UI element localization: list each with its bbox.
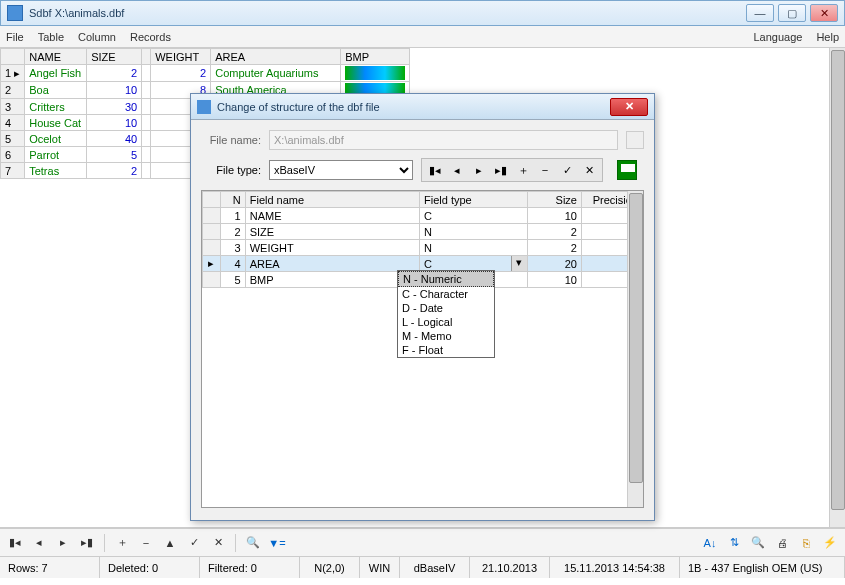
structure-grid[interactable]: N Field name Field type Size Precision 1… — [201, 190, 644, 508]
dlg-col-size[interactable]: Size — [527, 192, 581, 208]
dlg-add-icon[interactable]: ＋ — [514, 161, 532, 179]
field-row[interactable]: 1NAMEC100 — [203, 208, 643, 224]
col-weight[interactable]: WEIGHT — [151, 49, 211, 65]
col-name[interactable]: NAME — [25, 49, 87, 65]
app-icon — [7, 5, 23, 21]
dlg-first-icon[interactable]: ▮◂ — [426, 161, 444, 179]
menu-records[interactable]: Records — [130, 31, 171, 43]
dlg-commit-icon[interactable]: ✓ — [558, 161, 576, 179]
structure-dialog: Change of structure of the dbf file ✕ Fi… — [190, 93, 655, 521]
dlg-delete-icon[interactable]: − — [536, 161, 554, 179]
dialog-title: Change of structure of the dbf file — [217, 101, 610, 113]
export-icon[interactable]: ⎘ — [797, 534, 815, 552]
browse-button[interactable] — [626, 131, 644, 149]
dropdown-item[interactable]: M - Memo — [398, 329, 494, 343]
prev-icon[interactable]: ◂ — [30, 534, 48, 552]
main-scrollbar[interactable] — [829, 48, 845, 527]
dlg-last-icon[interactable]: ▸▮ — [492, 161, 510, 179]
filename-label: File name: — [201, 134, 261, 146]
dlg-prev-icon[interactable]: ◂ — [448, 161, 466, 179]
status-bar: Rows: 7 Deleted: 0 Filtered: 0 N(2,0) WI… — [0, 556, 845, 578]
close-button[interactable]: ✕ — [810, 4, 838, 22]
edit-icon[interactable]: ▲ — [161, 534, 179, 552]
sort-config-icon[interactable]: ⇅ — [725, 534, 743, 552]
field-row[interactable]: 3WEIGHTN20 — [203, 240, 643, 256]
col-area[interactable]: AREA — [211, 49, 341, 65]
dropdown-arrow-icon[interactable]: ▾ — [511, 256, 527, 271]
last-icon[interactable]: ▸▮ — [78, 534, 96, 552]
col-bmp[interactable]: BMP — [341, 49, 410, 65]
dropdown-item[interactable]: D - Date — [398, 301, 494, 315]
dropdown-item[interactable]: N - Numeric — [398, 271, 494, 287]
minimize-button[interactable]: — — [746, 4, 774, 22]
menu-bar: File Table Column Records Language Help — [0, 26, 845, 48]
dialog-icon — [197, 100, 211, 114]
menu-table[interactable]: Table — [38, 31, 64, 43]
fieldtype-dropdown[interactable]: N - Numeric C - Character D - Date L - L… — [397, 270, 495, 358]
filename-input — [269, 130, 618, 150]
commit-icon[interactable]: ✓ — [185, 534, 203, 552]
dialog-close-button[interactable]: ✕ — [610, 98, 648, 116]
window-title: Sdbf X:\animals.dbf — [29, 7, 746, 19]
fieldtype-value: C — [424, 258, 432, 270]
col-blank[interactable] — [142, 49, 151, 65]
menu-file[interactable]: File — [6, 31, 24, 43]
dialog-nav-toolbar: ▮◂ ◂ ▸ ▸▮ ＋ − ✓ ✕ — [421, 158, 603, 182]
maximize-button[interactable]: ▢ — [778, 4, 806, 22]
row-indicator: 1 ▸ — [1, 65, 25, 82]
dlg-col-field[interactable]: Field name — [245, 192, 419, 208]
bmp-thumbnail — [345, 66, 405, 80]
status-deleted: Deleted: 0 — [100, 557, 200, 578]
next-icon[interactable]: ▸ — [54, 534, 72, 552]
status-rows: Rows: 7 — [0, 557, 100, 578]
print-icon[interactable]: 🖨 — [773, 534, 791, 552]
dlg-col-n[interactable]: N — [220, 192, 245, 208]
save-button[interactable] — [617, 160, 637, 180]
window-titlebar: Sdbf X:\animals.dbf — ▢ ✕ — [0, 0, 845, 26]
status-codepage: 1B - 437 English OEM (US) — [680, 557, 845, 578]
cancel-icon[interactable]: ✕ — [209, 534, 227, 552]
filter-icon[interactable]: ▼= — [268, 534, 286, 552]
refresh-icon[interactable]: ⚡ — [821, 534, 839, 552]
menu-column[interactable]: Column — [78, 31, 116, 43]
menu-language[interactable]: Language — [753, 31, 802, 43]
status-date1: 21.10.2013 — [470, 557, 550, 578]
dlg-cancel-icon[interactable]: ✕ — [580, 161, 598, 179]
dlg-next-icon[interactable]: ▸ — [470, 161, 488, 179]
col-size[interactable]: SIZE — [87, 49, 142, 65]
row-indicator-icon: ▸ — [203, 256, 221, 272]
delete-icon[interactable]: − — [137, 534, 155, 552]
status-date2: 15.11.2013 14:54:38 — [550, 557, 680, 578]
add-icon[interactable]: ＋ — [113, 534, 131, 552]
dlg-col-type[interactable]: Field type — [420, 192, 528, 208]
filetype-label: File type: — [201, 164, 261, 176]
dropdown-item[interactable]: F - Float — [398, 343, 494, 357]
status-os: WIN — [360, 557, 400, 578]
dropdown-item[interactable]: L - Logical — [398, 315, 494, 329]
search-icon[interactable]: 🔍 — [244, 534, 262, 552]
nav-toolbar: ▮◂ ◂ ▸ ▸▮ ＋ − ▲ ✓ ✕ 🔍 ▼= A↓ ⇅ 🔍 🖨 ⎘ ⚡ — [0, 528, 845, 556]
dialog-scrollbar[interactable] — [627, 191, 643, 507]
filetype-select[interactable]: xBaseIV — [269, 160, 413, 180]
status-filtered: Filtered: 0 — [200, 557, 300, 578]
status-coltype: N(2,0) — [300, 557, 360, 578]
first-icon[interactable]: ▮◂ — [6, 534, 24, 552]
table-row[interactable]: 1 ▸Angel Fish22Computer Aquariums — [1, 65, 410, 82]
dropdown-item[interactable]: C - Character — [398, 287, 494, 301]
zoom-icon[interactable]: 🔍 — [749, 534, 767, 552]
status-dbtype: dBaseIV — [400, 557, 470, 578]
dialog-titlebar[interactable]: Change of structure of the dbf file ✕ — [191, 94, 654, 120]
field-row[interactable]: 2SIZEN20 — [203, 224, 643, 240]
sort-asc-icon[interactable]: A↓ — [701, 534, 719, 552]
menu-help[interactable]: Help — [816, 31, 839, 43]
